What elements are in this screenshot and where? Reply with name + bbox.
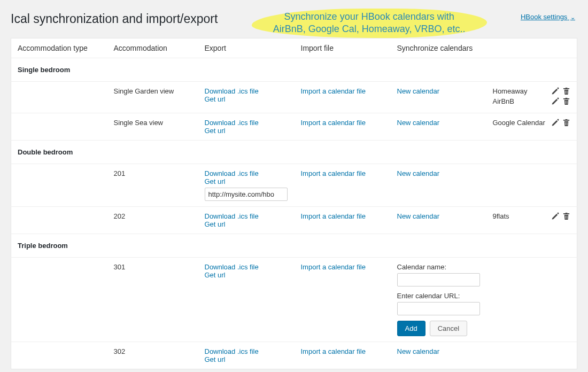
download-ics-link[interactable]: Download .ics file <box>205 169 259 177</box>
delete-icon[interactable] <box>562 97 570 105</box>
col-type: Accommodation type <box>11 38 107 58</box>
calendar-name-input[interactable] <box>397 273 480 286</box>
new-calendar-link[interactable]: New calendar <box>397 347 440 355</box>
accom-name: Single Garden view <box>107 81 198 113</box>
get-url-link[interactable]: Get url <box>205 177 226 185</box>
download-ics-link[interactable]: Download .ics file <box>205 119 259 127</box>
note-line2: AirBnB, Google Cal, Homeaway, VRBO, etc.… <box>273 24 466 34</box>
add-button[interactable]: Add <box>397 321 425 336</box>
chevron-down-icon: ⌄ <box>570 14 575 20</box>
ical-table: Accommodation type Accommodation Export … <box>11 38 577 369</box>
download-ics-link[interactable]: Download .ics file <box>205 263 259 271</box>
col-calendars <box>486 38 577 58</box>
accom-name: 301 <box>107 257 198 342</box>
cancel-button[interactable]: Cancel <box>430 321 467 336</box>
calendar-name: Google Calendar <box>493 119 547 127</box>
import-calendar-link[interactable]: Import a calendar file <box>301 212 366 220</box>
page-title: Ical synchronization and import/export <box>11 12 218 26</box>
highlight-note: Synchronize your HBook calendars with Ai… <box>252 9 487 38</box>
calendar-name-label: Calendar name: <box>397 263 480 271</box>
url-input[interactable] <box>205 188 288 201</box>
accom-name: 201 <box>107 164 198 206</box>
new-calendar-link[interactable]: New calendar <box>397 119 440 127</box>
hbook-settings-link[interactable]: HBook settings ⌄ <box>521 13 575 21</box>
calendar-url-label: Enter calendar URL: <box>397 292 480 300</box>
get-url-link[interactable]: Get url <box>205 95 226 103</box>
import-calendar-link[interactable]: Import a calendar file <box>301 263 366 271</box>
note-line1: Synchronize your HBook calendars with <box>284 11 454 22</box>
edit-icon[interactable] <box>551 97 559 105</box>
col-accom: Accommodation <box>107 38 198 58</box>
table-row: Single Garden viewDownload .ics fileGet … <box>11 81 577 113</box>
delete-icon[interactable] <box>562 87 570 95</box>
table-row: 201Download .ics fileGet urlImport a cal… <box>11 164 577 206</box>
edit-icon[interactable] <box>551 212 559 220</box>
download-ics-link[interactable]: Download .ics file <box>205 87 259 95</box>
section-title: Single bedroom <box>11 58 577 81</box>
get-url-link[interactable]: Get url <box>205 220 226 228</box>
import-calendar-link[interactable]: Import a calendar file <box>301 347 366 355</box>
get-url-link[interactable]: Get url <box>205 355 226 363</box>
import-calendar-link[interactable]: Import a calendar file <box>301 169 366 177</box>
calendar-name: AirBnB <box>493 97 547 105</box>
edit-icon[interactable] <box>551 119 559 127</box>
section-title: Triple bedroom <box>11 234 577 257</box>
calendar-url-input[interactable] <box>397 302 480 315</box>
accom-name: Single Sea view <box>107 113 198 140</box>
download-ics-link[interactable]: Download .ics file <box>205 347 259 355</box>
calendar-name: Homeaway <box>493 87 547 95</box>
col-export: Export <box>198 38 295 58</box>
section-title: Double bedroom <box>11 140 577 164</box>
col-sync: Synchronize calendars <box>391 38 486 58</box>
accom-name: 202 <box>107 206 198 234</box>
import-calendar-link[interactable]: Import a calendar file <box>301 87 366 95</box>
table-row: Single Sea viewDownload .ics fileGet url… <box>11 113 577 140</box>
new-calendar-link[interactable]: New calendar <box>397 169 440 177</box>
table-row: 302Download .ics fileGet urlImport a cal… <box>11 342 577 369</box>
get-url-link[interactable]: Get url <box>205 127 226 135</box>
calendar-name: 9flats <box>493 212 547 220</box>
table-row: 202Download .ics fileGet urlImport a cal… <box>11 206 577 234</box>
download-ics-link[interactable]: Download .ics file <box>205 212 259 220</box>
delete-icon[interactable] <box>562 119 570 127</box>
new-calendar-link[interactable]: New calendar <box>397 212 440 220</box>
table-row: 301Download .ics fileGet urlImport a cal… <box>11 257 577 342</box>
edit-icon[interactable] <box>551 87 559 95</box>
accom-name: 302 <box>107 342 198 369</box>
get-url-link[interactable]: Get url <box>205 271 226 279</box>
new-calendar-link[interactable]: New calendar <box>397 87 440 95</box>
settings-link-label: HBook settings <box>521 13 567 21</box>
col-import: Import file <box>295 38 391 58</box>
delete-icon[interactable] <box>562 212 570 220</box>
import-calendar-link[interactable]: Import a calendar file <box>301 119 366 127</box>
